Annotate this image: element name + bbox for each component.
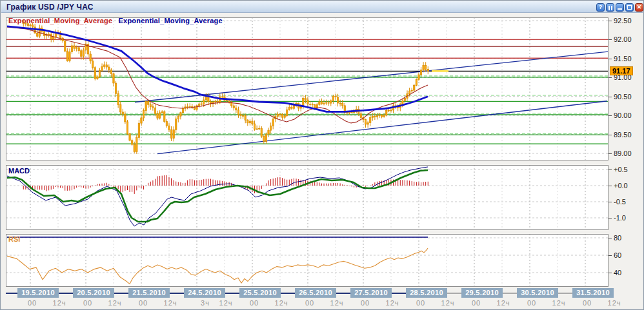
- time-label: 12ч: [327, 299, 347, 307]
- price-chart: [6, 18, 608, 160]
- time-label: 00: [245, 299, 264, 307]
- date-badge: 25.5.2010: [239, 288, 281, 298]
- date-badge: 19.5.2010: [17, 288, 59, 298]
- time-label: 00: [411, 299, 430, 307]
- date-badge: 31.5.2010: [572, 288, 614, 298]
- pause-button[interactable]: [606, 3, 614, 12]
- date-badge: 28.5.2010: [406, 288, 447, 298]
- time-label: 00: [23, 299, 42, 307]
- macd-tick: [609, 170, 612, 170]
- help-button[interactable]: ?: [596, 3, 605, 12]
- time-label: 00: [78, 299, 97, 307]
- price-label: 89.00: [614, 150, 632, 157]
- macd-label: +0.0: [614, 182, 628, 189]
- price-label: 90.50: [614, 93, 632, 101]
- macd-tick: [609, 202, 612, 202]
- date-badge: 27.5.2010: [350, 288, 392, 298]
- legend-ema-slow: Exponential_Moving_Average: [119, 17, 223, 24]
- date-badge: 21.5.2010: [128, 288, 170, 298]
- rsi-label: RSI: [8, 235, 20, 243]
- time-label: 12ч: [105, 299, 125, 307]
- indicator-legend: Exponential_Moving_Average Exponential_M…: [8, 17, 223, 24]
- time-label: 12ч: [272, 299, 291, 307]
- price-label: 92.50: [614, 17, 632, 24]
- price-tick: [609, 115, 612, 116]
- date-badge: 20.5.2010: [73, 288, 114, 298]
- rsi-label: 60: [614, 251, 621, 259]
- date-badge: 30.5.2010: [517, 288, 558, 298]
- price-tick: [609, 97, 612, 97]
- macd-chart: [6, 166, 608, 229]
- time-axis[interactable]: 19.5.20100012ч20.5.20100012ч21.5.2010001…: [1, 287, 644, 309]
- rsi-tick: [609, 238, 612, 238]
- maximize-icon: [627, 5, 632, 10]
- chart-window: График USD /JPY ЧАС ? ✕ Exponential_Movi…: [0, 0, 644, 310]
- macd-tick: [609, 218, 612, 218]
- pause-icon: [609, 6, 612, 10]
- price-tick: [609, 39, 612, 40]
- minimize-icon: [618, 8, 622, 10]
- time-label: 00: [522, 299, 541, 307]
- macd-panel[interactable]: [6, 165, 609, 230]
- time-label: 3ч: [196, 299, 215, 307]
- macd-label: MACD: [8, 167, 30, 175]
- time-label: 12ч: [494, 299, 513, 307]
- time-label: 12ч: [605, 299, 624, 307]
- price-label: 90.00: [614, 111, 632, 119]
- date-badge: 24.5.2010: [184, 288, 225, 298]
- close-button[interactable]: ✕: [635, 3, 643, 12]
- rsi-tick: [609, 273, 612, 273]
- time-label: 12ч: [50, 299, 69, 307]
- time-label: 00: [134, 299, 153, 307]
- rsi-label: 80: [614, 234, 621, 242]
- rsi-tick: [609, 255, 612, 256]
- rsi-chart: [6, 235, 608, 286]
- price-label: 89.50: [614, 131, 632, 139]
- time-label: 00: [356, 299, 375, 307]
- price-label: 92.00: [614, 35, 632, 43]
- price-tick: [609, 153, 612, 154]
- time-label: 00: [300, 299, 319, 307]
- time-label: 12ч: [383, 299, 402, 307]
- macd-label: -1.0: [614, 214, 626, 222]
- price-tick: [609, 135, 612, 135]
- price-tick: [609, 21, 612, 21]
- window-title: График USD /JPY ЧАС: [6, 3, 94, 12]
- maximize-button[interactable]: [625, 3, 634, 12]
- date-badge: 26.5.2010: [295, 288, 336, 298]
- price-tick: [609, 77, 612, 78]
- time-label: 00: [578, 299, 597, 307]
- minimize-button[interactable]: [616, 3, 624, 12]
- macd-label: -0.5: [614, 198, 626, 206]
- rsi-label: 40: [614, 269, 621, 276]
- price-tick: [609, 59, 612, 59]
- price-axis: 91.17 92.5092.0091.5091.0090.5090.0089.5…: [609, 13, 644, 309]
- time-label: 12ч: [216, 299, 236, 307]
- time-label: 00: [467, 299, 486, 307]
- price-chart-panel[interactable]: [6, 17, 609, 160]
- macd-tick: [609, 186, 612, 186]
- time-label: 12ч: [438, 299, 458, 307]
- time-label: 12ч: [161, 299, 180, 307]
- date-badge: 29.5.2010: [461, 288, 503, 298]
- macd-label: +0.5: [614, 166, 628, 173]
- price-label: 91.50: [614, 55, 632, 63]
- window-titlebar[interactable]: График USD /JPY ЧАС ? ✕: [1, 1, 643, 13]
- time-label: 12ч: [549, 299, 569, 307]
- legend-ema-fast: Exponential_Moving_Average: [8, 17, 112, 24]
- price-label: 91.00: [614, 73, 632, 81]
- rsi-panel[interactable]: [6, 234, 609, 287]
